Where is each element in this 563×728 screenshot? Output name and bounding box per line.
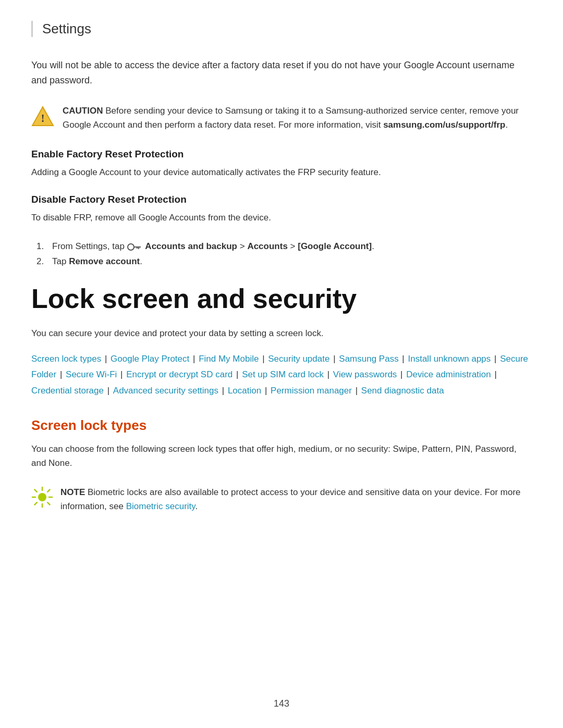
caution-text: CAUTION Before sending your device to Sa… <box>63 104 532 132</box>
note-text: NOTE Biometric locks are also available … <box>60 485 532 513</box>
page: Settings You will not be able to access … <box>0 0 563 728</box>
chapter-intro: You can secure your device and protect y… <box>31 326 532 340</box>
disable-text: To disable FRP, remove all Google Accoun… <box>31 211 532 225</box>
steps-list: 1. From Settings, tap Accounts and backu… <box>31 239 532 269</box>
link-permission-manager[interactable]: Permission manager <box>271 386 352 396</box>
svg-line-11 <box>47 502 50 504</box>
page-footer: 143 <box>0 698 563 709</box>
screen-lock-types-text: You can choose from the following screen… <box>31 442 532 470</box>
screen-lock-types-title: Screen lock types <box>31 417 532 434</box>
link-encrypt-sd[interactable]: Encrypt or decrypt SD card <box>126 369 232 379</box>
note-box: NOTE Biometric locks are also available … <box>31 485 532 513</box>
link-device-administration[interactable]: Device administration <box>406 369 491 379</box>
svg-point-2 <box>128 244 134 250</box>
link-security-update[interactable]: Security update <box>268 354 329 364</box>
link-screen-lock-types[interactable]: Screen lock types <box>31 354 101 364</box>
chapter-title: Lock screen and security <box>31 284 532 314</box>
page-header: Settings <box>31 21 532 37</box>
link-samsung-pass[interactable]: Samsung Pass <box>339 354 398 364</box>
screen-lock-types-section: Screen lock types You can choose from th… <box>31 417 532 470</box>
key-icon <box>127 242 141 252</box>
svg-line-13 <box>35 502 37 504</box>
enable-section: Enable Factory Reset Protection Adding a… <box>31 149 532 179</box>
intro-paragraph: You will not be able to access the devic… <box>31 58 532 88</box>
link-biometric-security[interactable]: Biometric security <box>126 501 195 511</box>
link-google-play-protect[interactable]: Google Play Protect <box>111 354 189 364</box>
note-icon <box>31 486 53 508</box>
caution-box: ! CAUTION Before sending your device to … <box>31 104 532 132</box>
link-secure-wifi[interactable]: Secure Wi-Fi <box>66 369 117 379</box>
disable-section: Disable Factory Reset Protection To disa… <box>31 194 532 269</box>
svg-line-10 <box>35 489 37 491</box>
link-install-unknown-apps[interactable]: Install unknown apps <box>408 354 491 364</box>
caution-label: CAUTION <box>63 106 103 116</box>
svg-point-14 <box>38 493 46 501</box>
enable-text: Adding a Google Account to your device a… <box>31 165 532 179</box>
link-view-passwords[interactable]: View passwords <box>333 369 397 379</box>
step-1: 1. From Settings, tap Accounts and backu… <box>36 239 532 254</box>
enable-heading: Enable Factory Reset Protection <box>31 149 532 160</box>
link-credential-storage[interactable]: Credential storage <box>31 386 104 396</box>
link-location[interactable]: Location <box>228 386 261 396</box>
header-title: Settings <box>42 21 91 36</box>
link-send-diagnostic[interactable]: Send diagnostic data <box>361 386 444 396</box>
caution-link: samsung.com/us/support/frp <box>383 120 505 130</box>
link-setup-sim-card-lock[interactable]: Set up SIM card lock <box>242 369 324 379</box>
note-label: NOTE <box>60 487 85 497</box>
link-advanced-security[interactable]: Advanced security settings <box>113 386 218 396</box>
disable-heading: Disable Factory Reset Protection <box>31 194 532 205</box>
link-find-my-mobile[interactable]: Find My Mobile <box>199 354 259 364</box>
caution-icon: ! <box>31 105 54 128</box>
svg-line-12 <box>47 489 50 491</box>
links-section: Screen lock types | Google Play Protect … <box>31 351 532 399</box>
svg-text:!: ! <box>41 113 45 124</box>
page-number: 143 <box>274 698 289 709</box>
step-2: 2. Tap Remove account. <box>36 254 532 269</box>
